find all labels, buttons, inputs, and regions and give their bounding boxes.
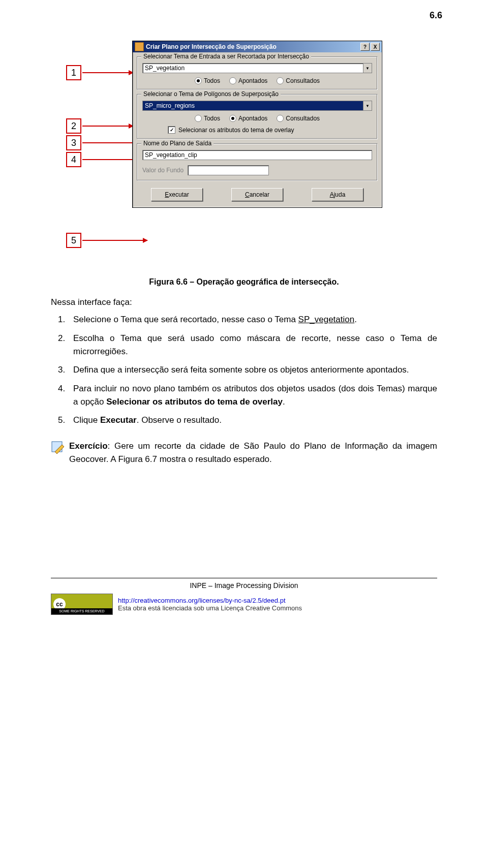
radio-apontados-1[interactable]: Apontados — [229, 77, 267, 84]
callout-1: 1 — [66, 65, 81, 80]
chevron-down-icon[interactable]: ▼ — [363, 101, 372, 110]
list-item: 5. Clique Executar. Observe o resultado. — [58, 414, 437, 427]
exercise-text: : Gere um recorte da cidade de São Paulo… — [69, 441, 437, 464]
callout-arrow-5 — [82, 240, 147, 241]
step-text: . — [354, 315, 357, 324]
chevron-down-icon[interactable]: ▼ — [363, 64, 372, 73]
group-output: Nome do Plano de Saída SP_vegetation_cli… — [137, 143, 378, 181]
page-number: 6.6 — [430, 10, 442, 21]
intro-text: Nessa interface faça: — [51, 296, 437, 309]
exercise-label: Exercício — [69, 441, 108, 451]
overlay-attrib-label: Selecionar os atributos do tema de overl… — [178, 127, 294, 134]
step-text: . Observe o resultado. — [137, 415, 222, 425]
step-bold: Selecionar os atributos do tema de overl… — [106, 397, 283, 407]
radio-icon — [277, 115, 284, 122]
radio-icon — [195, 115, 202, 122]
radio-icon — [229, 77, 236, 84]
group-input-theme: Selecionar Tema de Entrada a ser Recorta… — [137, 56, 378, 90]
footer-division: INPE – Image Processing Division — [51, 578, 437, 590]
overlay-attrib-checkbox[interactable]: ✓ — [168, 126, 175, 134]
step-text: Selecione o Tema que será recortado, nes… — [73, 315, 298, 324]
radio-todos-2[interactable]: Todos — [195, 115, 220, 122]
list-item: 1. Selecione o Tema que será recortado, … — [58, 313, 437, 326]
step-text: . — [283, 397, 285, 407]
cc-url-link[interactable]: http://creativecommons.org/licenses/by-n… — [118, 597, 286, 604]
step-text: Escolha o Tema que será usado como másca… — [73, 332, 437, 359]
callout-2: 2 — [66, 118, 81, 134]
cc-footer: cc SOME RIGHTS RESERVED http://creativec… — [51, 594, 437, 620]
list-item: 4. Para incluir no novo plano também os … — [58, 382, 437, 409]
ajuda-button[interactable]: Ajuda — [312, 188, 363, 201]
exercise-block: Exercício: Gere um recorte da cidade de … — [51, 440, 437, 467]
step-theme-name: SP_vegetation — [298, 315, 355, 324]
group-overlay-theme: Selecionar o Tema de Polígonos de Superp… — [137, 94, 378, 139]
radio-icon — [195, 77, 202, 84]
figure-caption: Figura 6.6 – Operação geográfica de inte… — [51, 277, 437, 287]
radio-apontados-2[interactable]: Apontados — [229, 115, 267, 122]
radio-consultados-1[interactable]: Consultados — [277, 77, 320, 84]
radio-icon — [229, 115, 236, 122]
radio-label: Consultados — [286, 77, 320, 84]
callout-arrow-2 — [82, 126, 133, 127]
dialog-window: Criar Plano por Intersecção de Superposi… — [132, 41, 382, 208]
radio-label: Todos — [204, 115, 220, 122]
callout-5: 5 — [66, 233, 81, 248]
cc-license-text: Esta obra está licenciada sob uma Licenç… — [118, 604, 302, 612]
help-button[interactable]: ? — [360, 43, 370, 51]
step-bold: Executar — [100, 415, 137, 425]
valor-fundo-input[interactable] — [188, 165, 269, 175]
step-text: Defina que a intersecção será feita some… — [73, 363, 437, 377]
overlay-theme-value: SP_micro_regions — [143, 101, 363, 110]
cc-badge-text: SOME RIGHTS RESERVED — [51, 608, 112, 614]
radio-consultados-2[interactable]: Consultados — [277, 115, 320, 122]
dialog-titlebar[interactable]: Criar Plano por Intersecção de Superposi… — [133, 41, 382, 52]
cancelar-button[interactable]: Cancelar — [231, 188, 283, 201]
input-theme-value: SP_vegetation — [143, 64, 363, 73]
output-name-input[interactable]: SP_vegetation_clip — [142, 150, 372, 160]
step-text: Clique — [73, 415, 100, 425]
group3-legend: Nome do Plano de Saída — [141, 140, 214, 147]
group2-legend: Selecionar o Tema de Polígonos de Superp… — [141, 90, 281, 98]
cc-badge-icon: cc SOME RIGHTS RESERVED — [51, 594, 113, 615]
radio-todos-1[interactable]: Todos — [195, 77, 220, 84]
input-theme-dropdown[interactable]: SP_vegetation ▼ — [142, 63, 372, 73]
radio-icon — [277, 77, 284, 84]
executar-button[interactable]: Executar — [151, 188, 203, 201]
group1-legend: Selecionar Tema de Entrada a ser Recorta… — [141, 53, 311, 60]
radio-label: Consultados — [286, 115, 320, 122]
radio-label: Apontados — [238, 77, 267, 84]
instruction-list: 1. Selecione o Tema que será recortado, … — [58, 313, 437, 427]
valor-fundo-label: Valor do Fundo — [142, 167, 184, 174]
callout-arrow-1 — [82, 72, 133, 73]
figure-area: 1 2 3 4 5 Criar Plano por Intersecção de… — [51, 36, 437, 274]
callout-4: 4 — [66, 152, 81, 167]
callout-3: 3 — [66, 135, 81, 150]
list-item: 3. Defina que a intersecção será feita s… — [58, 363, 437, 377]
overlay-theme-dropdown[interactable]: SP_micro_regions ▼ — [142, 101, 372, 111]
close-button[interactable]: X — [371, 43, 380, 51]
pencil-note-icon — [51, 440, 65, 454]
list-item: 2. Escolha o Tema que será usado como má… — [58, 332, 437, 359]
app-icon — [135, 42, 144, 51]
radio-label: Apontados — [238, 115, 267, 122]
radio-label: Todos — [204, 77, 220, 84]
dialog-title: Criar Plano por Intersecção de Superposi… — [146, 43, 359, 50]
